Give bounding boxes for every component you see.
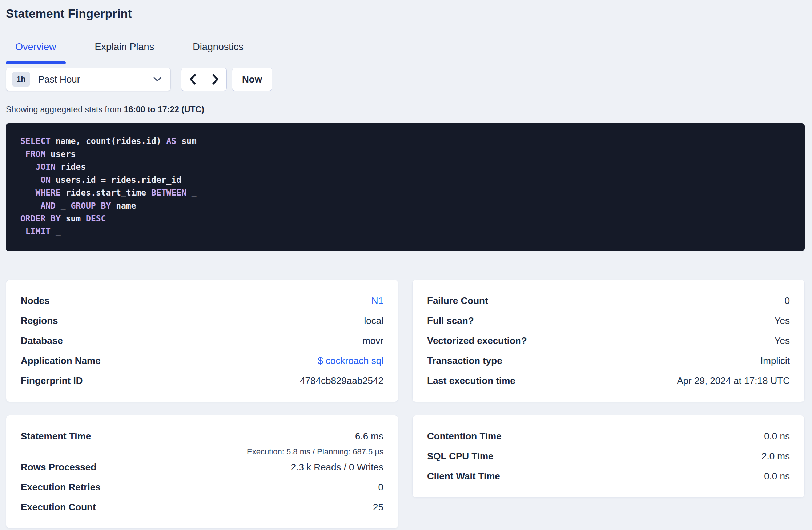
sql-statement-box: SELECT name, count(rides.id) AS sum FROM… <box>6 123 805 251</box>
wait-times-card: Contention Time0.0 nsSQL CPU Time2.0 msC… <box>412 415 805 498</box>
info-row: NodesN1 <box>21 291 383 311</box>
tab-explain-plans[interactable]: Explain Plans <box>85 41 164 63</box>
tab-diagnostics[interactable]: Diagnostics <box>183 41 253 63</box>
row-value: Implicit <box>760 355 790 366</box>
row-label: Regions <box>21 315 58 326</box>
row-label: Failure Count <box>427 295 488 306</box>
row-value: 4784cb829aab2542 <box>300 375 383 386</box>
previous-range-button[interactable] <box>181 68 204 91</box>
sql-line: SELECT name, count(rides.id) AS sum <box>20 135 794 148</box>
row-value: 2.0 ms <box>761 451 790 462</box>
row-label: Nodes <box>21 295 49 306</box>
row-value-column: local <box>364 315 383 326</box>
row-label: Execution Retries <box>21 482 101 493</box>
info-row: SQL CPU Time2.0 ms <box>427 446 790 466</box>
row-label: Vectorized execution? <box>427 335 527 346</box>
row-value: 0.0 ns <box>764 431 790 442</box>
time-controls: 1h Past Hour Now <box>6 68 805 91</box>
row-value: Yes <box>775 315 790 326</box>
info-row: Client Wait Time0.0 ns <box>427 466 790 486</box>
details-cards-row: NodesN1RegionslocalDatabasemovrApplicati… <box>6 280 805 402</box>
row-value-column: N1 <box>371 295 383 306</box>
row-value-column: 2.3 k Reads / 0 Writes <box>291 462 383 473</box>
tab-bar: OverviewExplain PlansDiagnostics <box>6 41 805 63</box>
caption-prefix: Showing aggregated stats from <box>6 105 124 114</box>
info-row: Vectorized execution?Yes <box>427 331 790 351</box>
execution-attributes-card: Failure Count0Full scan?YesVectorized ex… <box>412 280 805 402</box>
row-value-column: Implicit <box>760 355 790 366</box>
sql-line: WHERE rides.start_time BETWEEN _ <box>20 186 794 200</box>
info-row: Last execution timeApr 29, 2024 at 17:18… <box>427 371 790 391</box>
row-value-column: 0 <box>785 295 790 306</box>
row-value-column: movr <box>362 335 383 346</box>
caption-range: 16:00 to 17:22 (UTC) <box>124 105 204 114</box>
row-value: 25 <box>373 502 383 513</box>
info-row: Execution Retries0 <box>21 477 383 497</box>
info-row: Fingerprint ID4784cb829aab2542 <box>21 371 383 391</box>
row-value-link[interactable]: $ cockroach sql <box>318 355 383 366</box>
chevron-down-icon <box>153 77 162 82</box>
info-row: Contention Time0.0 ns <box>427 426 790 446</box>
next-range-button[interactable] <box>204 68 226 91</box>
statement-timing-card: Statement Time6.6 msExecution: 5.8 ms / … <box>6 415 398 529</box>
info-row: Application Name$ cockroach sql <box>21 351 383 371</box>
row-value-column: 2.0 ms <box>761 451 790 462</box>
info-row: Databasemovr <box>21 331 383 351</box>
row-label: Contention Time <box>427 431 502 442</box>
row-value: 2.3 k Reads / 0 Writes <box>291 462 383 473</box>
row-value-column: Apr 29, 2024 at 17:18 UTC <box>677 375 790 386</box>
row-label: Statement Time <box>21 426 91 446</box>
row-value-link[interactable]: N1 <box>371 295 383 306</box>
statement-fingerprint-page: Statement Fingerprint OverviewExplain Pl… <box>0 0 812 529</box>
info-row: Rows Processed2.3 k Reads / 0 Writes <box>21 457 383 477</box>
row-label: Client Wait Time <box>427 471 500 482</box>
row-value: movr <box>362 335 383 346</box>
time-range-picker[interactable]: 1h Past Hour <box>6 68 171 91</box>
now-button[interactable]: Now <box>232 68 272 91</box>
info-row: Full scan?Yes <box>427 311 790 331</box>
page-title: Statement Fingerprint <box>6 0 805 21</box>
timing-cards-row: Statement Time6.6 msExecution: 5.8 ms / … <box>6 415 805 529</box>
row-label: Application Name <box>21 355 101 366</box>
info-row: Failure Count0 <box>427 291 790 311</box>
row-value-column: 6.6 msExecution: 5.8 ms / Planning: 687.… <box>247 426 383 457</box>
chevron-right-icon <box>212 74 219 85</box>
row-value-column: 0.0 ns <box>764 471 790 482</box>
row-value: Apr 29, 2024 at 17:18 UTC <box>677 375 790 386</box>
info-row: Execution Count25 <box>21 497 383 517</box>
aggregated-stats-caption: Showing aggregated stats from 16:00 to 1… <box>6 105 805 115</box>
info-row: Transaction typeImplicit <box>427 351 790 371</box>
sql-line: JOIN rides <box>20 161 794 174</box>
row-value: Yes <box>775 335 790 346</box>
info-row: Statement Time6.6 msExecution: 5.8 ms / … <box>21 426 383 457</box>
chevron-left-icon <box>189 74 196 85</box>
row-value: 0 <box>378 482 383 493</box>
row-value: 6.6 ms <box>355 426 383 446</box>
row-value-column: $ cockroach sql <box>318 355 383 366</box>
info-row: Regionslocal <box>21 311 383 331</box>
time-range-label: Past Hour <box>38 74 153 85</box>
row-label: Execution Count <box>21 502 96 513</box>
sql-line: ON users.id = rides.rider_id <box>20 174 794 187</box>
row-value-column: 25 <box>373 502 383 513</box>
sql-line: ORDER BY sum DESC <box>20 212 794 225</box>
sql-line: LIMIT _ <box>20 225 794 238</box>
row-value-column: Yes <box>775 315 790 326</box>
row-label: Database <box>21 335 63 346</box>
row-value-column: Yes <box>775 335 790 346</box>
row-label: Last execution time <box>427 375 515 386</box>
row-value-column: 4784cb829aab2542 <box>300 375 383 386</box>
time-range-badge: 1h <box>12 72 30 87</box>
row-value: 0 <box>785 295 790 306</box>
row-label: Transaction type <box>427 355 502 366</box>
row-label: Rows Processed <box>21 462 96 473</box>
row-label: Full scan? <box>427 315 474 326</box>
time-step-buttons <box>181 68 227 91</box>
row-value: local <box>364 315 383 326</box>
row-label: Fingerprint ID <box>21 375 83 386</box>
row-subvalue: Execution: 5.8 ms / Planning: 687.5 µs <box>247 446 383 457</box>
tab-overview[interactable]: Overview <box>6 41 66 63</box>
sql-line: AND _ GROUP BY name <box>20 200 794 213</box>
row-value-column: 0 <box>378 482 383 493</box>
statement-details-card: NodesN1RegionslocalDatabasemovrApplicati… <box>6 280 398 402</box>
